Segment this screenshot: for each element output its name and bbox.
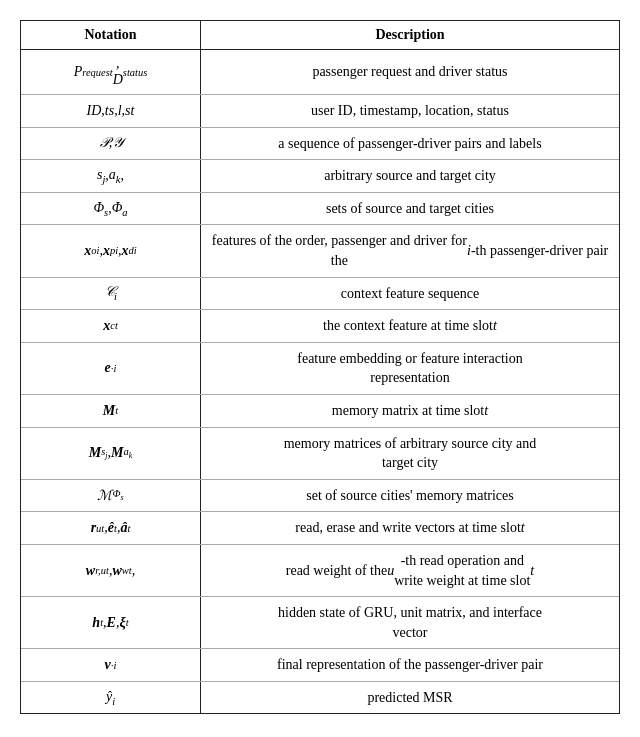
table-row: Φs, Φasets of source and target cities (21, 193, 619, 226)
row-notation: wr,ut, wwt, (21, 545, 201, 596)
table-body: Prequest,Dstatuspassenger request and dr… (21, 50, 619, 713)
table-row: ht, E, ξthidden state of GRU, unit matri… (21, 597, 619, 649)
notation-table: Notation Description Prequest,Dstatuspas… (20, 20, 620, 714)
row-notation: Φs, Φa (21, 193, 201, 225)
table-row: rut, êt, âtread, erase and write vectors… (21, 512, 619, 545)
table-row: Mtmemory matrix at time slot t (21, 395, 619, 428)
header-notation: Notation (21, 21, 201, 49)
table-row: v·ifinal representation of the passenger… (21, 649, 619, 682)
row-description: sets of source and target cities (201, 193, 619, 225)
row-notation: ℳΦs (21, 480, 201, 512)
row-notation: Msj, Mak (21, 428, 201, 479)
row-description: arbitrary source and target city (201, 160, 619, 192)
row-description: memory matrix at time slot t (201, 395, 619, 427)
row-description: context feature sequence (201, 278, 619, 310)
table-row: ID, ts, l, stuser ID, timestamp, locatio… (21, 95, 619, 128)
row-notation: xoi, xpi, xdi (21, 225, 201, 276)
table-row: sj, ak,arbitrary source and target city (21, 160, 619, 193)
table-row: xoi, xpi, xdifeatures of the order, pass… (21, 225, 619, 277)
row-description: read weight of the u-th read operation a… (201, 545, 619, 596)
row-notation: Mt (21, 395, 201, 427)
table-row: ℳΦsset of source cities' memory matrices (21, 480, 619, 513)
row-notation: 𝒫, 𝒴 (21, 128, 201, 160)
row-description: a sequence of passenger-driver pairs and… (201, 128, 619, 160)
row-notation: v·i (21, 649, 201, 681)
row-notation: 𝒞i (21, 278, 201, 310)
row-notation: sj, ak, (21, 160, 201, 192)
row-description: user ID, timestamp, location, status (201, 95, 619, 127)
table-row: 𝒞icontext feature sequence (21, 278, 619, 311)
row-description: read, erase and write vectors at time sl… (201, 512, 619, 544)
row-notation: rut, êt, ât (21, 512, 201, 544)
row-notation: xct (21, 310, 201, 342)
row-description: final representation of the passenger-dr… (201, 649, 619, 681)
row-description: predicted MSR (201, 682, 619, 714)
row-notation: ŷi (21, 682, 201, 714)
table-row: e·ifeature embedding or feature interact… (21, 343, 619, 395)
row-description: set of source cities' memory matrices (201, 480, 619, 512)
row-notation: e·i (21, 343, 201, 394)
row-notation: ID, ts, l, st (21, 95, 201, 127)
row-description: hidden state of GRU, unit matrix, and in… (201, 597, 619, 648)
table-row: Msj, Makmemory matrices of arbitrary sou… (21, 428, 619, 480)
table-row: wr,ut, wwt,read weight of the u-th read … (21, 545, 619, 597)
row-notation: Prequest,Dstatus (21, 50, 201, 94)
row-notation: ht, E, ξt (21, 597, 201, 648)
header-description: Description (201, 21, 619, 49)
row-description: features of the order, passenger and dri… (201, 225, 619, 276)
row-description: the context feature at time slot t (201, 310, 619, 342)
row-description: passenger request and driver status (201, 50, 619, 94)
table-row: Prequest,Dstatuspassenger request and dr… (21, 50, 619, 95)
table-row: 𝒫, 𝒴a sequence of passenger-driver pairs… (21, 128, 619, 161)
table-row: xctthe context feature at time slot t (21, 310, 619, 343)
table-row: ŷipredicted MSR (21, 682, 619, 714)
table-header: Notation Description (21, 21, 619, 50)
row-description: memory matrices of arbitrary source city… (201, 428, 619, 479)
row-description: feature embedding or feature interaction… (201, 343, 619, 394)
